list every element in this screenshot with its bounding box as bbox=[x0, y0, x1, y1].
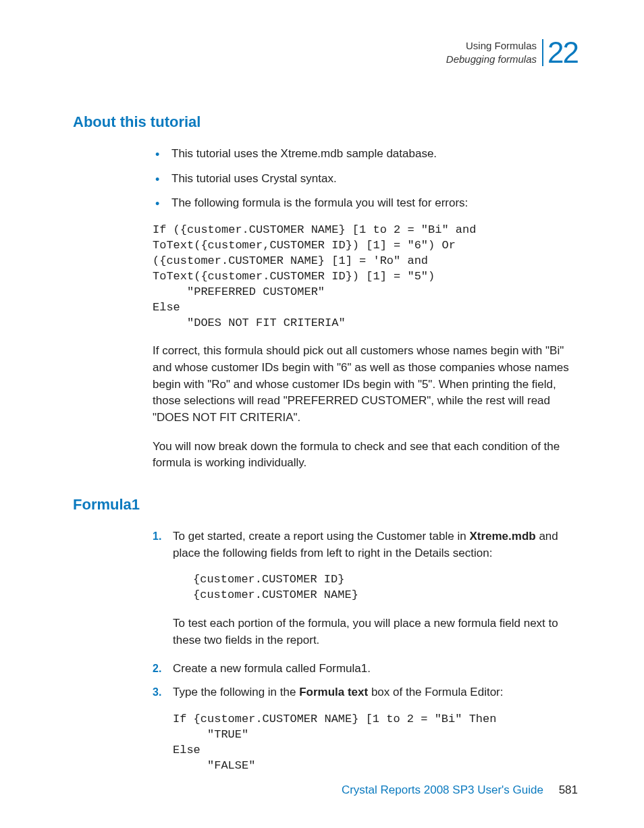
code-block: {customer.CUSTOMER ID} {customer.CUSTOME… bbox=[193, 572, 578, 603]
header-section: Using Formulas bbox=[446, 39, 537, 53]
body-paragraph: You will now break down the formula to c… bbox=[153, 439, 578, 472]
page-footer: Crystal Reports 2008 SP3 User's Guide 58… bbox=[342, 783, 578, 797]
step-number: 3. bbox=[153, 684, 161, 700]
body-paragraph: To test each portion of the formula, you… bbox=[173, 615, 578, 648]
footer-guide-name: Crystal Reports 2008 SP3 User's Guide bbox=[342, 783, 543, 796]
header-subsection: Debugging formulas bbox=[446, 53, 537, 66]
steps-list: 1. To get started, create a report using… bbox=[153, 528, 578, 773]
step-item: 1. To get started, create a report using… bbox=[153, 528, 578, 648]
step-number: 1. bbox=[153, 528, 161, 544]
step-text: Create a new formula called Formula1. bbox=[173, 662, 371, 675]
step-item: 3. Type the following in the Formula tex… bbox=[153, 684, 578, 773]
footer-page-number: 581 bbox=[559, 783, 578, 796]
section-formula1-content: 1. To get started, create a report using… bbox=[153, 528, 578, 773]
step-text: Type the following in the Formula text b… bbox=[173, 686, 503, 698]
page: Using Formulas Debugging formulas 22 Abo… bbox=[0, 0, 644, 828]
step-number: 2. bbox=[153, 661, 161, 676]
bullet-list: This tutorial uses the Xtreme.mdb sample… bbox=[153, 146, 578, 212]
code-block: If {customer.CUSTOMER NAME} [1 to 2 = "B… bbox=[173, 712, 578, 774]
page-header: Using Formulas Debugging formulas 22 bbox=[73, 39, 578, 73]
code-block: If ({customer.CUSTOMER NAME} [1 to 2 = "… bbox=[153, 223, 578, 331]
bullet-item: The following formula is the formula you… bbox=[153, 195, 578, 212]
section-about-content: This tutorial uses the Xtreme.mdb sample… bbox=[153, 146, 578, 472]
bullet-item: This tutorial uses the Xtreme.mdb sample… bbox=[153, 146, 578, 163]
step-sub-content: {customer.CUSTOMER ID} {customer.CUSTOME… bbox=[193, 572, 578, 648]
step-text: To get started, create a report using th… bbox=[173, 530, 558, 559]
bullet-item: This tutorial uses Crystal syntax. bbox=[153, 171, 578, 188]
section-title-about: About this tutorial bbox=[73, 113, 578, 131]
step-item: 2. Create a new formula called Formula1. bbox=[153, 661, 578, 678]
body-paragraph: If correct, this formula should pick out… bbox=[153, 343, 578, 426]
section-title-formula1: Formula1 bbox=[73, 496, 578, 514]
chapter-number: 22 bbox=[542, 39, 578, 66]
header-text: Using Formulas Debugging formulas bbox=[446, 39, 537, 65]
